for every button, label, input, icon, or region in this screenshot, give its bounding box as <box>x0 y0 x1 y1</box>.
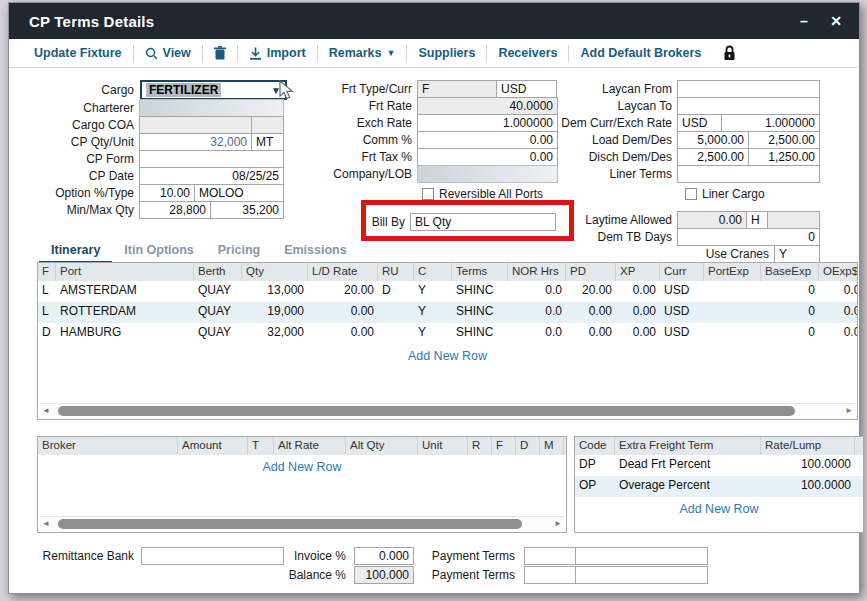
dem-exch-rate-field[interactable]: 1.000000 <box>721 114 820 132</box>
cargo-dropdown[interactable]: FERTILIZER ▼ <box>140 80 287 100</box>
table-row[interactable]: LROTTERDAMQUAY19,0000.00YSHINC0.00.000.0… <box>38 302 857 323</box>
scroll-left-arrow-icon[interactable]: ◄ <box>40 519 52 528</box>
option-type-field[interactable]: MOLOO <box>194 184 284 202</box>
laycan-to-field[interactable] <box>677 97 820 115</box>
cell[interactable]: 0.0 <box>508 302 566 323</box>
cell[interactable]: USD <box>660 302 704 323</box>
liner-cargo-checkbox[interactable] <box>685 188 697 200</box>
payment-terms-code-field-1[interactable] <box>524 547 576 565</box>
table-row[interactable]: DPDead Frt Percent100.0000 <box>575 455 863 476</box>
remittance-bank-field[interactable] <box>141 547 284 565</box>
min-qty-field[interactable]: 28,800 <box>139 201 211 219</box>
itinerary-add-new-row-link[interactable]: Add New Row <box>38 344 857 368</box>
option-pct-field[interactable]: 10.00 <box>139 184 195 202</box>
scroll-right-arrow-icon[interactable]: ► <box>552 519 564 528</box>
cell[interactable]: Dead Frt Percent <box>615 455 761 476</box>
column-header[interactable]: Unit <box>418 437 468 455</box>
cell[interactable]: 0.00 <box>308 302 378 323</box>
cell[interactable]: 0.00 <box>616 323 660 344</box>
column-header[interactable]: Curr <box>660 263 704 281</box>
column-header[interactable]: Alt Rate <box>274 437 346 455</box>
cell[interactable]: 32,000 <box>242 323 308 344</box>
column-header[interactable]: PortExp <box>704 263 761 281</box>
frt-rate-field[interactable]: 40.0000 <box>417 97 558 115</box>
cell[interactable]: DP <box>575 455 615 476</box>
broker-add-new-row-link[interactable]: Add New Row <box>38 455 566 479</box>
liner-terms-field[interactable] <box>677 165 820 183</box>
column-header[interactable]: F <box>38 263 56 281</box>
tab-itinerary[interactable]: Itinerary <box>39 241 112 264</box>
table-row[interactable]: LAMSTERDAMQUAY13,00020.00DYSHINC0.020.00… <box>38 281 857 302</box>
column-header[interactable]: Port <box>56 263 194 281</box>
cell[interactable]: AMSTERDAM <box>56 281 194 302</box>
column-header[interactable]: Code <box>575 437 615 455</box>
dem-curr-field[interactable]: USD <box>677 114 722 132</box>
scrollbar-track[interactable] <box>52 405 843 417</box>
cell[interactable]: ROTTERDAM <box>56 302 194 323</box>
cell[interactable]: QUAY <box>194 302 242 323</box>
cell[interactable] <box>378 323 414 344</box>
scrollbar-thumb[interactable] <box>58 406 795 416</box>
frt-curr-field[interactable]: USD <box>496 80 557 98</box>
exch-rate-field[interactable]: 1.000000 <box>417 114 558 132</box>
cell[interactable]: QUAY <box>194 281 242 302</box>
cell[interactable]: L <box>38 302 56 323</box>
cp-date-field[interactable]: 08/25/25 <box>139 167 284 185</box>
column-header[interactable]: Berth <box>194 263 242 281</box>
cell[interactable]: HAMBURG <box>56 323 194 344</box>
company-lob-field-redacted[interactable] <box>417 165 558 183</box>
cell[interactable]: QUAY <box>194 323 242 344</box>
column-header[interactable]: Broker <box>38 437 178 455</box>
cell[interactable]: 0 <box>761 323 819 344</box>
column-header[interactable]: Extra Freight Term <box>615 437 761 455</box>
cargo-coa-field[interactable] <box>139 116 252 134</box>
cell[interactable]: 20.00 <box>566 281 616 302</box>
load-dem-field[interactable]: 5,000.00 <box>677 131 749 149</box>
cell[interactable]: USD <box>660 323 704 344</box>
column-header[interactable]: T <box>248 437 274 455</box>
broker-horizontal-scrollbar[interactable]: ◄ ► <box>40 516 564 530</box>
scroll-left-arrow-icon[interactable]: ◄ <box>40 406 52 415</box>
cell[interactable]: SHINC <box>452 281 508 302</box>
reversible-all-ports-checkbox[interactable] <box>422 188 434 200</box>
cp-form-field[interactable] <box>139 150 284 168</box>
scrollbar-track[interactable] <box>52 518 552 530</box>
dem-tb-days-field[interactable]: 0 <box>677 228 820 246</box>
delete-button[interactable] <box>203 44 237 62</box>
update-fixture-button[interactable]: Update Fixture <box>23 44 133 62</box>
column-header[interactable]: Alt Qty <box>346 437 418 455</box>
cell[interactable]: L <box>38 281 56 302</box>
charterer-field-redacted[interactable] <box>139 99 284 117</box>
cp-unit-field[interactable]: MT <box>251 133 284 151</box>
payment-terms-desc-field-2[interactable] <box>575 566 708 584</box>
bill-by-field[interactable]: BL Qty <box>410 213 556 231</box>
payment-terms-desc-field-1[interactable] <box>575 547 708 565</box>
column-header[interactable]: Terms <box>452 263 508 281</box>
laytime-unit-field[interactable]: H <box>746 211 768 229</box>
cell[interactable] <box>704 302 761 323</box>
cell[interactable]: 0.00 <box>566 323 616 344</box>
cargo-coa-field-2[interactable] <box>251 116 284 134</box>
comm-pct-field[interactable]: 0.00 <box>417 131 558 149</box>
column-header[interactable]: M <box>540 437 564 455</box>
column-header[interactable]: NOR Hrs <box>508 263 566 281</box>
receivers-button[interactable]: Receivers <box>487 44 568 62</box>
cell[interactable]: SHINC <box>452 323 508 344</box>
cell[interactable]: 0.00 <box>616 281 660 302</box>
import-button[interactable]: Import <box>238 44 317 62</box>
extra-freight-add-new-row-link[interactable]: Add New Row <box>575 497 863 521</box>
laycan-from-field[interactable] <box>677 80 820 98</box>
cell[interactable]: Y <box>414 302 452 323</box>
cell[interactable]: Overage Percent <box>615 476 761 497</box>
cell[interactable]: 0 <box>761 281 819 302</box>
max-qty-field[interactable]: 35,200 <box>210 201 284 219</box>
column-header[interactable]: RU <box>378 263 414 281</box>
view-button[interactable]: View <box>134 44 202 62</box>
column-header[interactable]: C <box>414 263 452 281</box>
tab-emissions[interactable]: Emissions <box>272 241 359 264</box>
use-cranes-field[interactable]: Y <box>774 245 820 263</box>
table-row[interactable]: OPOverage Percent100.0000 <box>575 476 863 497</box>
column-header[interactable]: Amount <box>178 437 248 455</box>
cell[interactable]: 0.00 <box>819 302 858 323</box>
laytime-allowed-field[interactable]: 0.00 <box>677 211 747 229</box>
